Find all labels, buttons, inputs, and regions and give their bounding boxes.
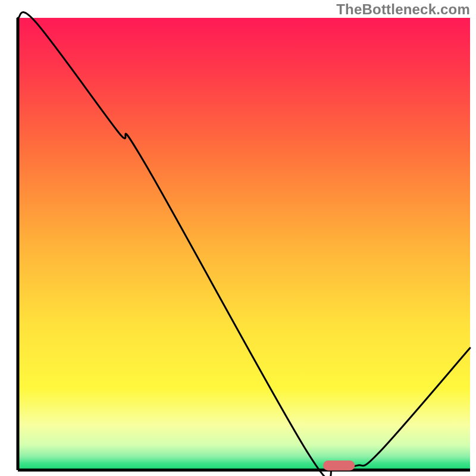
chart-plot-background	[18, 18, 470, 470]
bottleneck-chart	[0, 0, 476, 476]
chart-optimum-marker	[323, 461, 355, 471]
